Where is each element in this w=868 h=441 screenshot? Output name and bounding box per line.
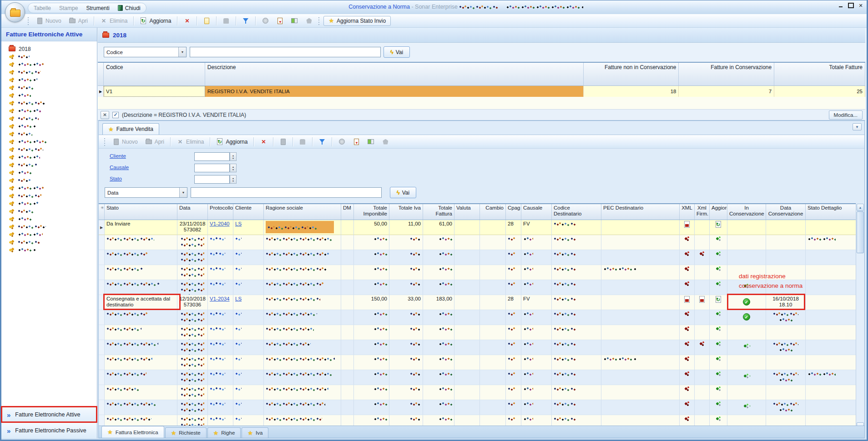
grid-row[interactable] [99, 250, 861, 265]
stato-input[interactable]: ▲▼ [194, 175, 230, 184]
protocol-link[interactable]: V1-2034 [210, 296, 229, 301]
registry-column-header[interactable]: Codice [104, 63, 205, 85]
client-link[interactable]: LS [235, 296, 242, 301]
detail-open-button[interactable]: Apri [142, 137, 167, 147]
xml-document-icon[interactable] [684, 296, 690, 303]
grid-row[interactable]: ✓ [99, 310, 861, 325]
grid-column-header[interactable]: DM [341, 204, 354, 220]
tree-item[interactable] [9, 76, 97, 84]
menu-chiudi[interactable]: Chiudi [118, 5, 141, 11]
close-button[interactable]: ✕ [858, 2, 864, 9]
registry-column-header[interactable]: Fatture non in Conservazione [584, 63, 679, 85]
scroll-up-icon[interactable]: ▲ [857, 204, 864, 211]
clear-filter-button[interactable]: ✕ [180, 16, 194, 26]
grid-row[interactable] [99, 385, 861, 400]
cliente-link[interactable]: Cliente [110, 153, 126, 159]
menu-strumenti[interactable]: Strumenti [86, 5, 109, 11]
grid-column-header[interactable]: Xml Firm. [695, 204, 710, 220]
export-button[interactable] [273, 16, 287, 26]
tree-item[interactable] [9, 207, 97, 215]
filter-checkbox[interactable]: ✓ [112, 112, 119, 118]
grid-column-header[interactable]: Causale [521, 204, 552, 220]
grid-column-header[interactable]: Valuta [454, 204, 480, 220]
tree-item[interactable] [9, 60, 97, 68]
grid-column-header[interactable]: Data Conservazione [766, 204, 806, 220]
causale-input[interactable]: ▲▼ [194, 164, 230, 172]
grid-row[interactable] [99, 325, 861, 340]
detail-export-button[interactable] [349, 137, 363, 147]
filter-button[interactable] [239, 16, 252, 26]
detail-document-button[interactable] [276, 137, 290, 147]
menu-tabelle[interactable]: Tabelle [34, 5, 51, 11]
grid-column-header[interactable]: In Conservazione [727, 204, 766, 220]
grid-row[interactable] [99, 400, 861, 415]
tree-item[interactable] [9, 130, 97, 138]
tree-item[interactable] [9, 215, 97, 223]
grid-column-header[interactable]: Cliente [233, 204, 264, 220]
tree-item[interactable] [9, 122, 97, 130]
tree-item[interactable] [9, 184, 97, 192]
grid-row[interactable] [99, 235, 861, 250]
registry-column-header[interactable]: Descrizione [205, 63, 584, 85]
tree-item[interactable] [9, 91, 97, 99]
nav-fatture-passive[interactable]: » Fatture Elettroniche Passive [1, 422, 97, 438]
grid-column-header[interactable]: Protocollo [208, 204, 233, 220]
tree-item[interactable] [9, 68, 97, 76]
grid-column-header[interactable]: Data [177, 204, 208, 220]
detail-filter-button[interactable] [315, 137, 329, 147]
refresh-icon[interactable]: ↻ [716, 296, 721, 303]
detail-tag-button[interactable] [378, 137, 392, 147]
registry-column-header[interactable]: Totale Fatture [774, 63, 865, 85]
registry-row[interactable]: ▶V1REGISTRO I.V.A. VENDITE ITALIA18725 [98, 86, 865, 97]
menu-stampe[interactable]: Stampe [59, 5, 78, 11]
xml-document-icon[interactable] [699, 296, 705, 303]
tree-item[interactable] [9, 223, 97, 231]
refresh-icon[interactable]: ↻ [716, 221, 721, 228]
detail-delete-button[interactable]: ✕ Elimina [173, 137, 207, 147]
protocol-link[interactable]: V1-2040 [210, 221, 229, 226]
detail-history-button[interactable] [335, 137, 348, 147]
maximize-button[interactable] [848, 2, 854, 9]
grid-column-header[interactable]: Stato [105, 204, 177, 220]
bottom-tab-righe[interactable]: ★Righe [207, 427, 241, 438]
tree-item[interactable] [9, 84, 97, 91]
grid-column-header[interactable]: Ragione sociale [264, 204, 341, 220]
grid-column-header[interactable]: PEC Destinatario [601, 204, 680, 220]
grid-row[interactable]: ▶Da Inviare23/11/2018573082V1-2040LS50,0… [99, 220, 861, 235]
vertical-scrollbar[interactable]: ▲ ▼ [856, 203, 864, 430]
tree-item[interactable] [9, 115, 97, 122]
app-menu-button[interactable] [5, 2, 25, 22]
tree-item[interactable] [9, 161, 97, 169]
grid-column-header[interactable]: Totale Imponibile [354, 204, 389, 220]
grid-column-header[interactable]: Codice Destinatario [552, 204, 601, 220]
detail-search-field-select[interactable]: Data▼ [105, 187, 187, 198]
edit-filter-button[interactable]: Modifica... [829, 110, 863, 120]
history-button[interactable] [258, 16, 272, 26]
tree-item[interactable] [9, 107, 97, 115]
grid-row[interactable] [99, 355, 861, 370]
grid-column-header[interactable]: Totale Iva [389, 204, 423, 220]
minimize-button[interactable] [838, 2, 844, 9]
open-button[interactable]: Apri [66, 16, 91, 26]
stamp-button[interactable] [219, 16, 233, 26]
detail-stamp-button[interactable] [296, 137, 309, 147]
registry-go-button[interactable]: ϟ Vai [384, 46, 410, 58]
search-field-select[interactable]: Codice▼ [104, 47, 187, 57]
tree-item[interactable] [9, 169, 97, 176]
tree-item[interactable] [9, 99, 97, 107]
grid-column-header[interactable]: XML [680, 204, 695, 220]
detail-preview-button[interactable] [364, 137, 378, 147]
tree-item[interactable] [9, 200, 97, 207]
remove-filter-button[interactable]: ✕ [101, 111, 109, 119]
detail-search-input[interactable] [191, 187, 382, 198]
detail-clear-filter-button[interactable]: ✕ [257, 137, 270, 147]
grid-column-header[interactable]: Aggiorna [710, 204, 727, 220]
detail-go-button[interactable]: ϟ Vai [390, 187, 416, 198]
registry-column-header[interactable]: Fatture in Conservazione [679, 63, 774, 85]
grid-column-header[interactable]: Cpag [506, 204, 521, 220]
grid-column-header[interactable]: Stato Dettaglio [806, 204, 856, 220]
causale-link[interactable]: Causale [110, 165, 129, 170]
tree-item[interactable] [9, 192, 97, 200]
stato-link[interactable]: Stato [110, 176, 122, 181]
grid-row[interactable] [99, 340, 861, 355]
